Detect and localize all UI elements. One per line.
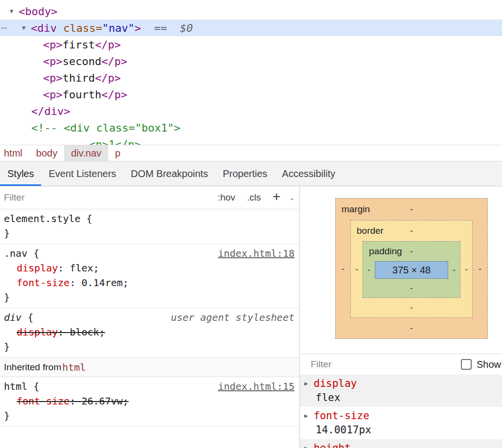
border-left-value[interactable]: - bbox=[351, 241, 363, 298]
border-bottom-value[interactable]: - bbox=[351, 298, 472, 317]
rule-close-brace: } bbox=[0, 339, 299, 354]
computed-property-row[interactable]: ▶display bbox=[300, 377, 502, 391]
box-model-content[interactable]: 375 × 48 bbox=[375, 261, 448, 279]
computed-property-group: ▶font-size14.0017px bbox=[300, 407, 502, 439]
dom-node-row[interactable]: <p>first</p> bbox=[0, 36, 502, 53]
rule-header: element.style { bbox=[0, 211, 299, 226]
breadcrumb-item-html[interactable]: html bbox=[0, 145, 29, 161]
pseudo-state-toggle-button[interactable]: :hov bbox=[218, 192, 235, 203]
expand-arrow-icon[interactable]: ▶ bbox=[304, 441, 314, 448]
tab-dom-breakpoints[interactable]: DOM Breakpoints bbox=[123, 161, 215, 186]
dom-node-row[interactable]: <p>third</p> bbox=[0, 69, 502, 86]
css-declaration[interactable]: font-size: 0.14rem; bbox=[0, 275, 299, 290]
rule-close-brace: } bbox=[0, 290, 299, 305]
css-declaration[interactable]: display: block; bbox=[0, 325, 299, 339]
padding-right-value[interactable]: - bbox=[448, 261, 460, 279]
dom-node-row[interactable]: <p>fourth</p> bbox=[0, 86, 502, 103]
toolbar-overflow-caret-icon[interactable]: ⌄ bbox=[289, 194, 295, 202]
inherited-from-label: Inherited from bbox=[4, 362, 61, 373]
style-rule: .nav {index.html:18display: flex;font-si… bbox=[0, 244, 299, 308]
styles-filter-input[interactable] bbox=[4, 192, 218, 203]
breadcrumb-item-p[interactable]: p bbox=[108, 145, 127, 161]
dom-token: </p> bbox=[101, 89, 127, 101]
computed-property-name: height bbox=[314, 441, 351, 448]
content-size-label: 375 × 48 bbox=[392, 265, 431, 276]
dom-token: $0 bbox=[180, 22, 193, 34]
expand-arrow-icon[interactable]: ▶ bbox=[304, 377, 314, 391]
tab-styles[interactable]: Styles bbox=[0, 161, 41, 186]
semicolon: ; bbox=[123, 395, 129, 407]
devtools-window: ▼<body>⋯▼<div class="nav"> == $0<p>first… bbox=[0, 0, 502, 448]
element-class-toggle-button[interactable]: .cls bbox=[247, 192, 261, 203]
dom-token: > bbox=[135, 22, 141, 34]
dom-token: "nav" bbox=[102, 22, 135, 34]
rule-selector[interactable]: div bbox=[4, 312, 22, 323]
tab-event-listeners[interactable]: Event Listeners bbox=[41, 161, 123, 186]
show-all-control: Show bbox=[461, 359, 501, 370]
disclosure-arrow-icon[interactable]: ▼ bbox=[22, 24, 31, 31]
border-top-value[interactable]: - bbox=[351, 221, 472, 241]
css-property-name: display bbox=[17, 326, 58, 338]
inherited-from-node-link[interactable]: html bbox=[62, 361, 86, 373]
tab-accessibility[interactable]: Accessibility bbox=[274, 161, 342, 186]
margin-bottom-value[interactable]: - bbox=[336, 318, 487, 338]
margin-top-value[interactable]: - bbox=[336, 199, 487, 220]
dom-node-row[interactable]: <!-- <div class="box1"> bbox=[0, 119, 502, 136]
margin-right-value[interactable]: - bbox=[473, 220, 487, 318]
dom-token: <p> bbox=[43, 55, 63, 67]
margin-left-value[interactable]: - bbox=[336, 220, 350, 318]
dom-node-row[interactable]: <p>1</p> bbox=[0, 136, 502, 145]
dom-node-row[interactable]: ⋯▼<div class="nav"> == $0 bbox=[0, 20, 502, 36]
rule-selector[interactable]: element.style bbox=[4, 213, 81, 224]
box-model-margin[interactable]: margin - - - - border - - - - padding - bbox=[335, 198, 488, 339]
tab-properties[interactable]: Properties bbox=[215, 161, 274, 186]
computed-property-group: ▶displayflex bbox=[300, 375, 502, 407]
dom-token: second bbox=[63, 55, 101, 67]
computed-properties: ▶displayflex▶font-size14.0017px▶height bbox=[300, 375, 502, 448]
rule-selector[interactable]: html bbox=[4, 381, 27, 392]
dom-node-row[interactable]: ▼<body> bbox=[0, 3, 502, 20]
breadcrumb-item-body[interactable]: body bbox=[29, 145, 64, 161]
padding-left-value[interactable]: - bbox=[363, 261, 375, 279]
padding-top-value[interactable]: - bbox=[363, 242, 460, 261]
css-property-value: block bbox=[69, 326, 99, 338]
semicolon: ; bbox=[99, 326, 105, 338]
dom-token: </p> bbox=[95, 39, 121, 51]
stylesheet-source-link[interactable]: index.html:15 bbox=[218, 379, 295, 394]
rule-header: .nav {index.html:18 bbox=[0, 246, 299, 261]
stylesheet-source-link[interactable]: index.html:18 bbox=[218, 246, 295, 261]
computed-filter-bar: Show bbox=[300, 354, 502, 375]
colon: : bbox=[58, 326, 69, 338]
css-declaration[interactable]: display: flex; bbox=[0, 261, 299, 275]
expand-arrow-icon[interactable]: ▶ bbox=[304, 409, 314, 423]
dom-node-row[interactable]: </div> bbox=[0, 103, 502, 119]
dom-token: <p>1</p> bbox=[89, 138, 141, 145]
computed-property-value: 14.0017px bbox=[300, 423, 502, 437]
computed-property-row[interactable]: ▶font-size bbox=[300, 409, 502, 423]
computed-filter-input[interactable] bbox=[311, 359, 461, 370]
new-style-rule-button[interactable]: + bbox=[273, 190, 280, 203]
rule-close-brace: } bbox=[0, 408, 299, 423]
style-rule: element.style {} bbox=[0, 209, 299, 244]
disclosure-arrow-icon[interactable]: ▼ bbox=[10, 8, 19, 15]
open-brace: { bbox=[81, 213, 92, 224]
dom-token: </div> bbox=[31, 105, 70, 117]
ua-stylesheet-note: user agent stylesheet bbox=[171, 310, 295, 325]
styles-sidebar-tabs: StylesEvent ListenersDOM BreakpointsProp… bbox=[0, 161, 502, 186]
box-model-border[interactable]: border - - - - padding - - - - 375 × bbox=[350, 220, 473, 318]
padding-bottom-value[interactable]: - bbox=[363, 279, 460, 297]
css-declaration[interactable]: font-size: 26.67vw; bbox=[0, 394, 299, 408]
style-rules-scroll: element.style {}.nav {index.html:18displ… bbox=[0, 209, 299, 448]
node-overflow-ellipsis-icon[interactable]: ⋯ bbox=[1, 20, 7, 36]
css-property-name: font-size bbox=[17, 277, 69, 289]
show-all-checkbox[interactable] bbox=[461, 359, 472, 370]
css-property-value: flex bbox=[69, 262, 93, 274]
border-right-value[interactable]: - bbox=[460, 241, 472, 298]
computed-property-row[interactable]: ▶height bbox=[300, 441, 502, 448]
dom-token: third bbox=[63, 72, 95, 84]
breadcrumb-item-div-nav[interactable]: div.nav bbox=[64, 145, 108, 161]
box-model-padding[interactable]: padding - - - - 375 × 48 bbox=[363, 241, 460, 298]
rule-selector[interactable]: .nav bbox=[4, 247, 27, 259]
dom-node-row[interactable]: <p>second</p> bbox=[0, 53, 502, 69]
dom-token: <body> bbox=[19, 5, 57, 18]
